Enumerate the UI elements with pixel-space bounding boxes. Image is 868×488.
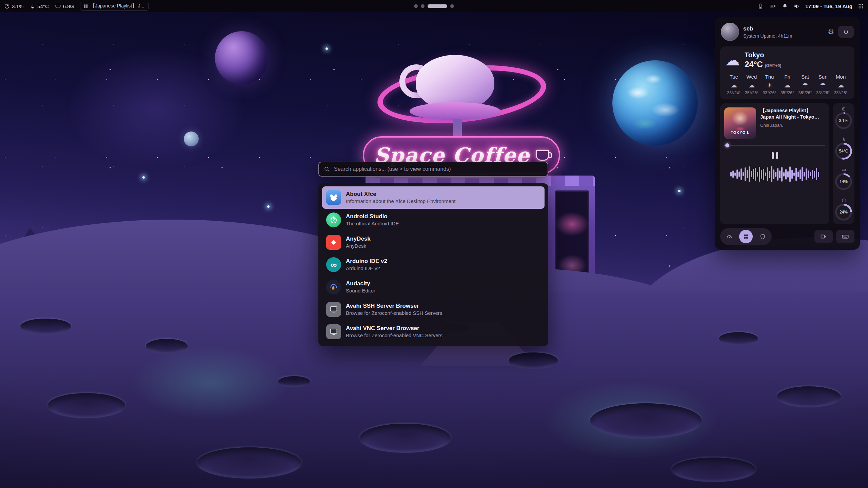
crater [278,376,311,387]
monitor-icon [326,302,341,317]
app-row-audacity[interactable]: Audacity Sound Editor [322,276,545,298]
apps-grid-icon [743,233,749,240]
top-panel: 3.1% 54°C 6.8G 【Japanese Playlist】 J... [0,0,868,12]
track-title: 【Japanese Playlist】 Japan All Night - To… [760,107,825,120]
dashboard-button[interactable] [723,230,736,243]
crater [719,332,758,345]
power-button[interactable] [838,26,854,38]
app-desc: Information about the Xfce Desktop Envir… [346,198,456,204]
battery-icon[interactable] [769,3,776,9]
waveform [724,164,825,185]
bell-icon[interactable] [782,3,788,9]
app-row-arduino[interactable]: ∞ Arduino IDE v2 Arduino IDE v2 [322,253,545,276]
seek-handle[interactable] [725,143,729,147]
settings-gear-icon[interactable]: ⚙ [828,28,834,36]
user-name: seb [743,25,824,32]
memory-gauge: 14% [835,168,852,190]
app-row-avahi-ssh[interactable]: Avahi SSH Server Browser Browse for Zero… [322,298,545,321]
star-sparkle [267,205,270,208]
forecast-day: Tue ☁ 33°/24° [725,74,743,95]
pause-button[interactable] [767,150,783,161]
apps-grid-icon[interactable] [858,3,864,9]
media-player: TOKYO L 【Japanese Playlist】 Japan All Ni… [720,103,829,224]
app-name: Audacity [346,280,375,287]
temperature-stat[interactable]: 54°C [29,3,49,9]
search-icon [324,166,330,172]
memory-value: 6.8G [63,3,74,9]
media-pill-label: 【Japanese Playlist】 J... [90,3,144,9]
search-input[interactable] [333,166,543,172]
memory-stat[interactable]: 6.8G [55,3,74,9]
app-desc: Browse for Zeroconf-enabled VNC Servers [346,332,442,339]
rain-umbrella-icon: ☂ [796,82,814,88]
seek-bar[interactable] [724,145,825,146]
crater [509,352,558,369]
app-row-android-studio[interactable]: Android Studio The official Android IDE [322,209,545,231]
pause-icon [84,4,87,8]
volume-icon[interactable] [793,3,800,9]
user-card: seb System Uptime: 4h11m ⚙ [720,21,854,42]
cpu-gauge: 3.1% [835,107,852,129]
widgets-panel: seb System Uptime: 4h11m ⚙ ☁ Tokyo 24°C … [715,17,860,250]
app-row-avahi-vnc[interactable]: Avahi VNC Server Browser Browse for Zero… [322,321,545,343]
forecast-day: Sun ☂ 33°/26° [814,74,832,95]
app-row-about-xfce[interactable]: About Xfce Information about the Xfce De… [322,186,545,209]
system-uptime: System Uptime: 4h11m [743,33,824,39]
workspace-dot[interactable] [414,4,418,8]
desktop: Space Coffee 3.1% 54°C 6.8G [0,0,868,488]
screen-record-button[interactable] [814,230,833,243]
disk-gauge: 24% [835,198,852,221]
forecast-day: Thu ☀ 33°/26° [761,74,778,95]
app-desc: Browse for Zeroconf-enabled SSH Servers [346,310,442,316]
app-name: Avahi SSH Server Browser [346,303,442,309]
video-icon [820,233,827,240]
xfce-logo-icon [326,190,341,205]
app-desc: Sound Editor [346,288,375,294]
app-row-anydesk[interactable]: AnyDesk AnyDesk [322,231,545,253]
neon-cup [416,55,494,110]
app-search-bar[interactable] [318,162,548,177]
star-sparkle [678,190,680,192]
temperature-value: 54°C [37,3,49,9]
forecast-day: Fri ☁ 35°/26° [778,74,796,95]
star-sparkle [142,176,145,179]
album-art-label: TOKYO L [724,130,756,135]
workspace-active[interactable] [428,4,447,8]
weather-widget: ☁ Tokyo 24°C (GMT+9) Tue ☁ 33°/24° Wed [720,46,854,99]
weather-temp: 24°C [745,60,763,69]
media-pill[interactable]: 【Japanese Playlist】 J... [80,2,149,11]
keyboard-button[interactable] [836,230,854,243]
app-name: Avahi VNC Server Browser [346,325,442,332]
forecast-day: Mon ☁ 33°/26° [832,74,850,95]
sign-pole [453,119,462,138]
thermometer-icon [29,3,35,9]
clock[interactable]: 17:09 - Tue, 19 Aug [805,3,852,9]
crater [671,458,756,482]
shield-button[interactable] [756,230,769,243]
app-name: About Xfce [346,191,456,198]
crater [146,339,188,353]
cpu-stat[interactable]: 3.1% [4,3,23,9]
crater [20,319,71,334]
app-launcher: About Xfce Information about the Xfce De… [318,183,548,346]
album-art[interactable]: TOKYO L [724,107,756,139]
system-gauges: 3.1% 54°C 14% 24% [833,103,854,224]
phone-link-icon[interactable] [757,3,764,9]
app-desc: The official Android IDE [346,221,399,227]
workspace-indicator[interactable] [414,4,454,8]
app-name: Arduino IDE v2 [346,258,387,265]
workspace-dot[interactable] [421,4,425,8]
app-desc: Arduino IDE v2 [346,265,387,271]
workspace-dot[interactable] [450,4,454,8]
crater [590,403,702,439]
apps-button[interactable] [739,230,753,243]
monitor-icon [326,324,341,339]
quick-actions [720,228,772,245]
avatar[interactable] [721,23,739,41]
cloud-icon: ☁ [725,53,740,68]
cloud-icon: ☁ [725,82,743,88]
app-desc: AnyDesk [346,243,371,249]
track-subtitle: Chill Japan. [760,123,825,128]
rain-umbrella-icon: ☂ [814,82,832,88]
cloud-icon: ☁ [778,82,796,88]
